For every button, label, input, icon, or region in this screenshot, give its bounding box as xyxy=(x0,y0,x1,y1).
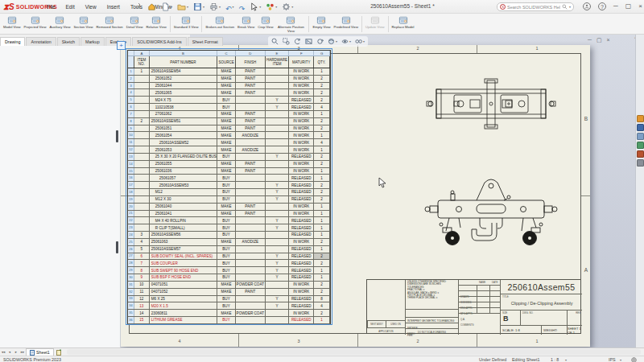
bom-cell-source[interactable]: MAKE xyxy=(217,68,236,75)
bom-cell-hardware[interactable] xyxy=(266,204,290,210)
bom-row-number[interactable]: 14 xyxy=(128,161,134,167)
bom-cell-qty[interactable]: 1 xyxy=(314,211,330,217)
bom-cell-item[interactable]: 5 xyxy=(134,246,150,253)
bom-cell-part-number[interactable]: SUB COUPLER xyxy=(150,260,217,266)
bom-cell-finish[interactable]: PAINT xyxy=(236,125,266,132)
empty-view-button[interactable]: Empty View xyxy=(311,14,332,34)
custom-properties-icon[interactable] xyxy=(637,159,644,167)
relative-view-button[interactable]: Relative View xyxy=(145,14,168,34)
bom-cell-maturity[interactable]: RELEASED xyxy=(289,246,314,253)
new-button[interactable]: ▾ xyxy=(160,2,173,11)
section-view-icon[interactable] xyxy=(305,38,312,45)
bom-cell-qty[interactable]: 2 xyxy=(314,289,330,295)
bom-cell-source[interactable]: MAKE xyxy=(217,161,236,167)
bom-cell-finish[interactable]: ANODIZE xyxy=(236,132,266,138)
bom-cell-source[interactable]: BUY xyxy=(217,246,236,253)
doc-minimize-button[interactable]: ─ xyxy=(588,36,592,43)
broken-out-section-button[interactable]: Broken-out Section xyxy=(204,14,236,34)
print-button[interactable]: ▾ xyxy=(208,2,221,11)
bom-cell-part-number[interactable]: 27061062 xyxy=(150,111,217,117)
bom-row-number[interactable]: 7 xyxy=(128,111,134,117)
solidworks-resources-icon[interactable] xyxy=(637,115,644,122)
break-view-button[interactable]: Break View xyxy=(236,14,256,34)
file-explorer-icon[interactable] xyxy=(637,133,644,140)
previous-view-icon[interactable] xyxy=(294,38,301,45)
bom-cell-item[interactable] xyxy=(134,224,150,231)
bom-cell-source[interactable]: BUY xyxy=(217,260,236,266)
bom-cell-item[interactable] xyxy=(134,168,150,175)
bom-row-number[interactable]: 24 xyxy=(128,232,134,238)
panel-splitter-handle[interactable] xyxy=(116,130,118,142)
scale-dropdown-caret-icon[interactable]: ▾ xyxy=(565,358,567,362)
dropdown-caret-icon[interactable]: ▾ xyxy=(275,5,277,9)
bom-cell-hardware[interactable]: Y xyxy=(266,97,290,103)
bom-cell-item[interactable] xyxy=(134,189,150,195)
bom-cell-qty[interactable]: 2 xyxy=(314,154,330,160)
bom-cell-source[interactable]: BUY xyxy=(217,302,236,309)
bom-cell-source[interactable]: MAKE xyxy=(217,118,236,125)
bom-column-letter-d[interactable]: D xyxy=(236,51,266,56)
bom-cell-part-number[interactable]: 25061054 xyxy=(150,132,217,138)
bom-corner-cell[interactable] xyxy=(128,51,134,56)
bom-cell-source[interactable]: BUY xyxy=(217,97,236,103)
rotate-view-icon[interactable] xyxy=(316,38,324,45)
bom-cell-maturity[interactable]: IN WORK xyxy=(289,310,314,316)
bom-cell-finish[interactable]: PAINT xyxy=(236,111,266,117)
tab-drawing[interactable]: Drawing xyxy=(0,37,25,46)
bom-cell-qty[interactable]: 2 xyxy=(314,97,330,103)
bom-cell-hardware[interactable]: Y xyxy=(266,296,290,302)
bom-row-number[interactable]: 6 xyxy=(128,104,134,110)
bom-cell-item[interactable]: 6 xyxy=(134,253,150,260)
home-button[interactable] xyxy=(147,2,157,11)
bom-cell-hardware[interactable] xyxy=(266,76,290,82)
bom-cell-maturity[interactable]: RELEASED xyxy=(289,217,314,224)
bom-cell-finish[interactable]: PAINT xyxy=(236,83,266,89)
detail-view-button[interactable]: Detail View xyxy=(125,14,145,34)
bom-cell-qty[interactable]: 1 xyxy=(314,274,330,281)
bom-cell-qty[interactable]: 2 xyxy=(314,239,330,245)
bom-cell-part-number[interactable]: 25061063 xyxy=(150,239,217,245)
sheet-scale-value[interactable]: 1 : 8 xyxy=(551,357,559,362)
bom-cell-finish[interactable]: PAINT xyxy=(236,289,266,295)
bom-cell-maturity[interactable]: RELEASED xyxy=(289,317,314,323)
bom-cell-part-number[interactable]: 25061041 xyxy=(150,211,217,217)
prev-sheet-button[interactable]: ◂ xyxy=(6,350,13,354)
menu-file[interactable]: File xyxy=(45,3,56,10)
bom-cell-part-number[interactable]: 250610ASSEM57 xyxy=(150,246,217,253)
bom-cell-item[interactable] xyxy=(134,125,150,132)
section-view-button[interactable]: Section View xyxy=(72,14,94,34)
bom-cell-item[interactable]: 9 xyxy=(134,274,150,281)
bom-cell-part-number[interactable]: 250610ASSEM53 xyxy=(150,182,217,188)
bom-cell-qty[interactable]: 1 xyxy=(314,204,330,210)
bom-header-maturity[interactable]: MATURITY xyxy=(289,56,314,68)
bom-cell-hardware[interactable] xyxy=(266,289,290,295)
bom-cell-maturity[interactable]: IN WORK xyxy=(289,168,314,175)
bom-cell-source[interactable]: BUY xyxy=(217,154,236,160)
bom-cell-part-number[interactable]: 250610ASSEM52 xyxy=(150,139,217,146)
bom-cell-item[interactable] xyxy=(134,217,150,224)
bom-cell-maturity[interactable]: RELEASED xyxy=(289,224,314,231)
bom-cell-part-number[interactable]: M6 X 25 xyxy=(150,296,217,302)
bom-cell-item[interactable] xyxy=(134,97,150,103)
close-button[interactable]: × xyxy=(638,2,642,11)
bom-cell-part-number[interactable]: M4 X 40 ROLLPIN xyxy=(150,217,217,224)
bom-cell-hardware[interactable]: Y xyxy=(266,182,290,188)
bom-cell-maturity[interactable]: IN WORK xyxy=(289,89,314,96)
bom-cell-qty[interactable]: 8 xyxy=(314,296,330,302)
bom-cell-item[interactable] xyxy=(134,196,150,203)
bom-cell-item[interactable] xyxy=(134,83,150,89)
bom-cell-item[interactable] xyxy=(134,104,150,110)
bom-cell-qty[interactable]: 2 xyxy=(314,125,330,132)
bom-cell-item[interactable]: 3 xyxy=(134,232,150,238)
bom-cell-maturity[interactable]: RELEASED xyxy=(289,154,314,160)
bom-cell-maturity[interactable]: IN WORK xyxy=(289,118,314,125)
bom-cell-item[interactable]: 15 xyxy=(134,317,150,323)
bom-row-number[interactable]: 15 xyxy=(128,168,134,175)
bom-cell-part-number[interactable]: M20 X 1.5 xyxy=(150,302,217,309)
bom-cell-part-number[interactable]: 23060811 xyxy=(150,310,217,316)
display-button[interactable]: ▾ xyxy=(265,2,278,11)
bom-row-number[interactable]: 31 xyxy=(128,282,134,288)
bom-cell-finish[interactable] xyxy=(236,232,266,238)
bom-cell-part-number[interactable]: SUB DOWTY SEAL (INCL. SPARES) xyxy=(150,253,217,260)
bom-cell-source[interactable]: MAKE xyxy=(217,310,236,316)
